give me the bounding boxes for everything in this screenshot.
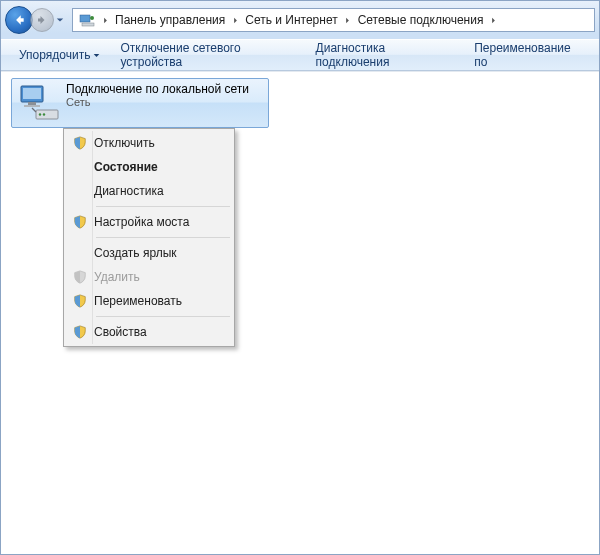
toolbar: Упорядочить Отключение сетевого устройст…: [1, 39, 599, 71]
menu-item-delete: Удалить: [66, 265, 232, 289]
menu-label: Свойства: [94, 325, 147, 339]
svg-rect-5: [28, 102, 36, 105]
shield-icon: [66, 215, 94, 229]
shield-icon-disabled: [66, 270, 94, 284]
disable-device-button[interactable]: Отключение сетевого устройства: [110, 40, 305, 70]
breadcrumb-separator[interactable]: [99, 17, 111, 24]
arrow-right-icon: [36, 14, 48, 26]
menu-item-properties[interactable]: Свойства: [66, 320, 232, 344]
connection-text: Подключение по локальной сети Сеть: [66, 82, 262, 124]
svg-rect-6: [24, 105, 40, 107]
disable-device-label: Отключение сетевого устройства: [120, 41, 295, 69]
menu-label: Удалить: [94, 270, 140, 284]
menu-item-disable[interactable]: Отключить: [66, 131, 232, 155]
organize-label: Упорядочить: [19, 48, 90, 62]
svg-point-9: [43, 113, 45, 115]
menu-label: Диагностика: [94, 184, 164, 198]
arrow-left-icon: [12, 13, 26, 27]
rename-label: Переименование по: [474, 41, 581, 69]
menu-label: Настройка моста: [94, 215, 189, 229]
back-button[interactable]: [5, 6, 33, 34]
forward-button: [30, 8, 54, 32]
menu-separator: [96, 206, 230, 207]
menu-item-bridge[interactable]: Настройка моста: [66, 210, 232, 234]
menu-separator: [96, 237, 230, 238]
menu-label: Состояние: [94, 160, 158, 174]
breadcrumb-separator[interactable]: [487, 17, 499, 24]
connection-subtitle: Сеть: [66, 96, 262, 108]
diagnose-button[interactable]: Диагностика подключения: [306, 40, 465, 70]
svg-point-8: [39, 113, 41, 115]
network-folder-icon: [79, 12, 95, 28]
chevron-down-icon: [56, 16, 64, 24]
context-menu-gutter: [92, 131, 93, 344]
svg-rect-4: [23, 88, 41, 99]
connection-title: Подключение по локальной сети: [66, 82, 262, 96]
breadcrumb-segment[interactable]: Сетевые подключения: [354, 13, 488, 27]
menu-item-rename[interactable]: Переименовать: [66, 289, 232, 313]
navigation-bar: Панель управления Сеть и Интернет Сетевы…: [1, 1, 599, 39]
lan-connection-icon: [18, 82, 60, 124]
organize-button[interactable]: Упорядочить: [9, 40, 110, 70]
menu-label: Переименовать: [94, 294, 182, 308]
svg-point-2: [90, 16, 94, 20]
menu-label: Создать ярлык: [94, 246, 177, 260]
menu-item-diagnose[interactable]: Диагностика: [66, 179, 232, 203]
menu-item-status[interactable]: Состояние: [66, 155, 232, 179]
menu-separator: [96, 316, 230, 317]
diagnose-label: Диагностика подключения: [316, 41, 455, 69]
shield-icon: [66, 136, 94, 150]
rename-button[interactable]: Переименование по: [464, 40, 591, 70]
chevron-down-icon: [93, 48, 100, 62]
nav-history-dropdown[interactable]: [54, 8, 66, 32]
shield-icon: [66, 325, 94, 339]
svg-rect-0: [80, 15, 90, 22]
breadcrumb-separator[interactable]: [342, 17, 354, 24]
breadcrumb-segment[interactable]: Сеть и Интернет: [241, 13, 341, 27]
menu-label: Отключить: [94, 136, 155, 150]
breadcrumb[interactable]: Панель управления Сеть и Интернет Сетевы…: [72, 8, 595, 32]
nav-buttons: [5, 6, 66, 34]
svg-rect-1: [82, 23, 94, 26]
connection-item[interactable]: Подключение по локальной сети Сеть: [11, 78, 269, 128]
breadcrumb-segment[interactable]: Панель управления: [111, 13, 229, 27]
breadcrumb-separator[interactable]: [229, 17, 241, 24]
menu-item-shortcut[interactable]: Создать ярлык: [66, 241, 232, 265]
context-menu: Отключить Состояние Диагностика Настройк…: [63, 128, 235, 347]
content-area: Подключение по локальной сети Сеть Отклю…: [1, 71, 599, 554]
shield-icon: [66, 294, 94, 308]
